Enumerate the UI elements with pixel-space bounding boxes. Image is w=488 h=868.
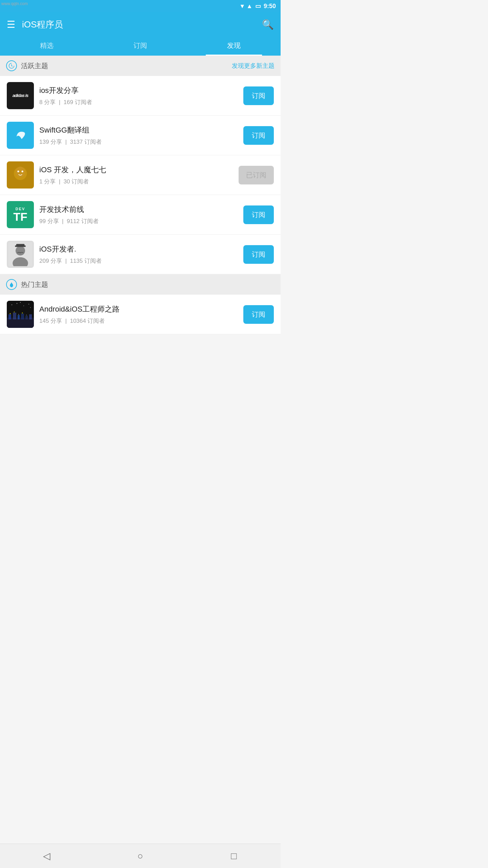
- item-info-tf: 开发技术前线 99 分享 | 9112 订阅者: [39, 204, 238, 225]
- app-bar: ☰ iOS程序员 🔍: [0, 12, 281, 37]
- main-content: 活跃主题 发现更多新主题 adidas is ios开发分享 8 分享 | 16…: [0, 56, 281, 359]
- item-meta: 139 分享 | 3137 订阅者: [39, 138, 238, 146]
- tab-dingyue[interactable]: 订阅: [94, 37, 187, 55]
- wifi-icon: ▾: [241, 2, 244, 10]
- svg-point-24: [12, 304, 12, 305]
- svg-rect-10: [16, 244, 25, 246]
- svg-point-5: [22, 171, 23, 172]
- svg-point-20: [14, 312, 15, 313]
- hamburger-icon[interactable]: ☰: [7, 19, 15, 30]
- item-title: ios开发分享: [39, 85, 238, 96]
- discover-more-link[interactable]: 发现更多新主题: [232, 62, 274, 70]
- svg-point-7: [16, 246, 25, 256]
- list-item: SwiftGG翻译组 139 分享 | 3137 订阅者 订阅: [0, 116, 281, 155]
- item-title: 开发技术前线: [39, 204, 238, 215]
- subscribe-button-swiftgg[interactable]: 订阅: [243, 126, 274, 145]
- active-topics-header: 活跃主题 发现更多新主题: [0, 56, 281, 76]
- subscribe-button-ios-developer[interactable]: 订阅: [243, 245, 274, 264]
- item-thumb-tf: DEV TF: [7, 201, 34, 228]
- item-thumb-ios77: [7, 161, 34, 189]
- list-item: DEV TF 开发技术前线 99 分享 | 9112 订阅者 订阅: [0, 195, 281, 235]
- item-info-ios-share: ios开发分享 8 分享 | 169 订阅者: [39, 85, 238, 106]
- status-bar: ▾ ▲ ▭ 9:50: [0, 0, 281, 12]
- list-item: iOS 开发，人魔七七 1 分享 | 30 订阅者 已订阅: [0, 155, 281, 195]
- svg-point-21: [18, 314, 19, 315]
- item-info-ios-developer: iOS开发者. 209 分享 | 1135 订阅者: [39, 244, 238, 265]
- hot-topics-header: 热门主题: [0, 274, 281, 295]
- search-icon[interactable]: 🔍: [262, 19, 274, 30]
- item-title: SwiftGG翻译组: [39, 125, 238, 135]
- svg-point-27: [28, 304, 29, 304]
- list-item: iOS开发者. 209 分享 | 1135 订阅者 订阅: [0, 235, 281, 274]
- hot-topics-icon: [6, 279, 17, 290]
- active-topics-icon: [6, 60, 17, 71]
- subscribe-button-ios-share[interactable]: 订阅: [243, 86, 274, 105]
- svg-point-28: [30, 307, 31, 308]
- item-title: iOS开发者.: [39, 244, 238, 254]
- svg-point-19: [10, 313, 11, 314]
- item-thumb-android: [7, 301, 34, 328]
- svg-point-23: [26, 315, 27, 315]
- item-thumb-adidas: adidas is: [7, 82, 34, 109]
- item-meta: 145 分享 | 10364 订阅者: [39, 317, 238, 325]
- tab-bar: 精选 订阅 发现: [0, 37, 281, 56]
- tab-faxian[interactable]: 发现: [187, 37, 281, 55]
- svg-rect-15: [18, 315, 20, 319]
- app-title: iOS程序员: [22, 19, 63, 31]
- item-meta: 8 分享 | 169 订阅者: [39, 98, 238, 106]
- item-info-ios77: iOS 开发，人魔七七 1 分享 | 30 订阅者: [39, 165, 233, 185]
- item-meta: 1 分享 | 30 订阅者: [39, 178, 233, 185]
- list-item: Android&iOS工程师之路 145 分享 | 10364 订阅者 订阅: [0, 295, 281, 334]
- hot-topics-title: 热门主题: [21, 280, 48, 289]
- svg-point-29: [20, 302, 21, 303]
- svg-rect-14: [13, 313, 16, 319]
- svg-point-22: [22, 313, 23, 314]
- item-meta: 99 分享 | 9112 订阅者: [39, 217, 238, 225]
- svg-rect-16: [21, 314, 24, 319]
- svg-point-3: [16, 167, 25, 178]
- subscribe-button-ios77[interactable]: 已订阅: [239, 166, 274, 184]
- svg-point-26: [23, 305, 24, 306]
- status-bar-right: ▾ ▲ ▭ 9:50: [241, 2, 276, 10]
- item-title: Android&iOS工程师之路: [39, 304, 238, 314]
- svg-rect-13: [8, 314, 11, 319]
- item-info-android-ios: Android&iOS工程师之路 145 分享 | 10364 订阅者: [39, 304, 238, 325]
- svg-point-25: [17, 303, 17, 304]
- tab-jingxuan[interactable]: 精选: [0, 37, 94, 55]
- signal-icon: ▲: [246, 3, 252, 10]
- subscribe-button-android-ios[interactable]: 订阅: [243, 305, 274, 324]
- svg-point-4: [17, 171, 19, 172]
- list-item: adidas is ios开发分享 8 分享 | 169 订阅者 订阅: [0, 76, 281, 116]
- item-thumb-developer: [7, 241, 34, 268]
- item-meta: 209 分享 | 1135 订阅者: [39, 257, 238, 265]
- svg-rect-17: [25, 316, 28, 319]
- active-topics-title: 活跃主题: [21, 61, 48, 71]
- svg-rect-18: [29, 314, 32, 319]
- watermark: www.qqtn.com: [1, 1, 28, 6]
- subscribe-button-tf[interactable]: 订阅: [243, 205, 274, 224]
- item-title: iOS 开发，人魔七七: [39, 165, 233, 175]
- battery-icon: ▭: [255, 2, 261, 10]
- item-info-swiftgg: SwiftGG翻译组 139 分享 | 3137 订阅者: [39, 125, 238, 146]
- app-bar-left: ☰ iOS程序员: [7, 19, 63, 31]
- item-thumb-swift: [7, 122, 34, 149]
- clock: 9:50: [264, 3, 276, 10]
